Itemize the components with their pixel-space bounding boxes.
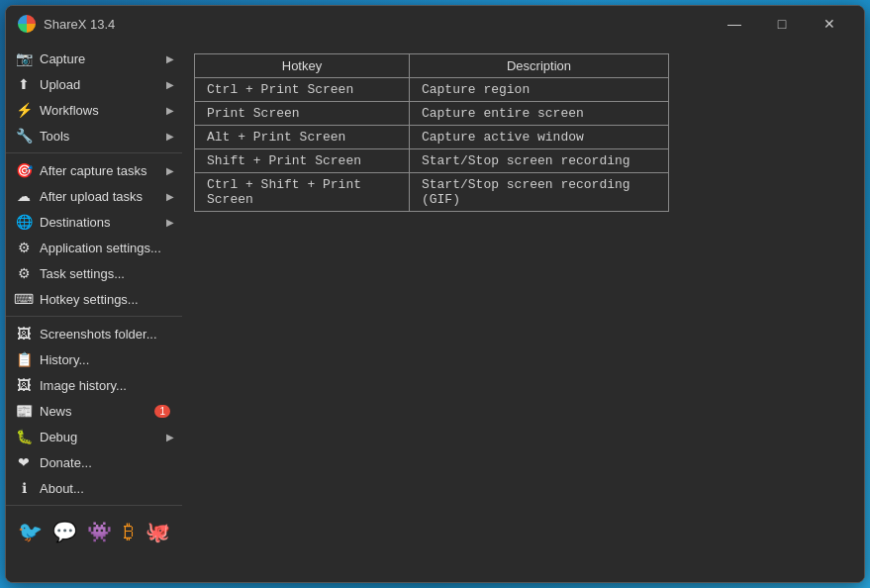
capture-label: Capture [40, 51, 166, 66]
window-title: ShareX 13.4 [44, 17, 712, 32]
description-cell: Start/Stop screen recording (GIF) [409, 173, 668, 212]
hotkey-cell: Ctrl + Print Screen [195, 78, 410, 102]
separator-3 [6, 505, 182, 506]
destinations-icon: 🌐 [14, 212, 34, 232]
hotkey-settings-icon: ⌨ [14, 289, 34, 309]
menu-item-image-history[interactable]: 🖼 Image history... [6, 372, 182, 398]
history-icon: 📋 [14, 349, 34, 369]
menu-item-destinations[interactable]: 🌐 Destinations ▶ [6, 209, 182, 235]
hotkey-cell: Ctrl + Shift + Print Screen [195, 173, 410, 212]
separator-2 [6, 316, 182, 317]
table-row: Alt + Print ScreenCapture active window [195, 126, 669, 149]
minimize-button[interactable]: — [712, 8, 757, 40]
tools-arrow: ▶ [166, 131, 174, 142]
after-capture-icon: 🎯 [14, 160, 34, 180]
github-icon[interactable]: 🐙 [145, 518, 170, 545]
menu-item-debug[interactable]: 🐛 Debug ▶ [6, 424, 182, 449]
news-icon: 📰 [14, 401, 34, 421]
menu-item-after-capture[interactable]: 🎯 After capture tasks ▶ [6, 157, 182, 183]
menu-item-workflows[interactable]: ⚡ Workflows ▶ [6, 97, 182, 123]
discord-icon[interactable]: 💬 [52, 518, 77, 545]
after-upload-label: After upload tasks [40, 189, 166, 204]
close-button[interactable]: ✕ [807, 8, 852, 40]
menu-item-task-settings[interactable]: ⚙ Task settings... [6, 260, 182, 286]
hotkey-table: Hotkey Description Ctrl + Print ScreenCa… [194, 53, 669, 212]
titlebar: ShareX 13.4 — □ ✕ [6, 6, 864, 42]
capture-arrow: ▶ [166, 53, 174, 64]
task-settings-icon: ⚙ [14, 263, 34, 283]
debug-icon: 🐛 [14, 427, 34, 446]
tools-label: Tools [40, 129, 166, 144]
debug-label: Debug [40, 430, 166, 444]
table-row: Print ScreenCapture entire screen [195, 102, 669, 126]
hotkey-settings-label: Hotkey settings... [40, 292, 174, 307]
news-label: News [40, 404, 154, 419]
menu-item-hotkey-settings[interactable]: ⌨ Hotkey settings... [6, 286, 182, 312]
upload-label: Upload [40, 77, 166, 92]
social-bar: 🐦 💬 👾 ₿ 🐙 [6, 510, 182, 553]
main-menu: 📷 Capture ▶ ⬆ Upload ▶ ⚡ Workflows ▶ 🔧 T… [6, 42, 182, 582]
description-cell: Capture active window [409, 126, 668, 149]
task-settings-label: Task settings... [40, 266, 174, 281]
separator-1 [6, 152, 182, 153]
bitcoin-icon[interactable]: ₿ [122, 518, 136, 545]
col-hotkey: Hotkey [195, 54, 410, 78]
workflows-arrow: ▶ [166, 105, 174, 116]
content-area: 📷 Capture ▶ ⬆ Upload ▶ ⚡ Workflows ▶ 🔧 T… [6, 42, 864, 582]
description-cell: Capture region [409, 78, 668, 102]
reddit-icon[interactable]: 👾 [87, 518, 112, 545]
menu-item-donate[interactable]: ❤ Donate... [6, 449, 182, 475]
menu-item-news[interactable]: 📰 News 1 [6, 398, 182, 424]
menu-item-app-settings[interactable]: ⚙ Application settings... [6, 235, 182, 260]
app-settings-label: Application settings... [40, 241, 174, 255]
workflows-label: Workflows [40, 103, 166, 118]
about-label: About... [40, 481, 174, 496]
screenshots-label: Screenshots folder... [40, 327, 174, 342]
menu-item-capture[interactable]: 📷 Capture ▶ [6, 46, 182, 71]
window-controls: — □ ✕ [712, 8, 852, 40]
image-history-label: Image history... [40, 378, 174, 393]
after-capture-arrow: ▶ [166, 165, 174, 176]
hotkey-cell: Shift + Print Screen [195, 149, 410, 173]
history-label: History... [40, 352, 174, 367]
hotkey-cell: Alt + Print Screen [195, 126, 410, 149]
screenshots-icon: 🖼 [14, 324, 34, 343]
description-cell: Capture entire screen [409, 102, 668, 126]
app-icon [18, 15, 36, 33]
about-icon: ℹ [14, 478, 34, 498]
table-row: Shift + Print ScreenStart/Stop screen re… [195, 149, 669, 173]
main-window: ShareX 13.4 — □ ✕ 📷 Capture ▶ ⬆ Upload ▶ [5, 5, 865, 583]
twitter-icon[interactable]: 🐦 [18, 518, 43, 545]
destinations-label: Destinations [40, 215, 166, 230]
destinations-arrow: ▶ [166, 217, 174, 228]
tools-icon: 🔧 [14, 126, 34, 146]
donate-icon: ❤ [14, 452, 34, 472]
menu-item-history[interactable]: 📋 History... [6, 346, 182, 372]
donate-label: Donate... [40, 455, 174, 470]
workflows-icon: ⚡ [14, 100, 34, 120]
menu-item-after-upload[interactable]: ☁ After upload tasks ▶ [6, 183, 182, 209]
image-history-icon: 🖼 [14, 375, 34, 395]
capture-icon: 📷 [14, 49, 34, 68]
menu-item-upload[interactable]: ⬆ Upload ▶ [6, 71, 182, 97]
app-settings-icon: ⚙ [14, 238, 34, 257]
description-cell: Start/Stop screen recording [409, 149, 668, 173]
menu-item-tools[interactable]: 🔧 Tools ▶ [6, 123, 182, 148]
col-description: Description [409, 54, 668, 78]
news-badge: 1 [154, 405, 170, 418]
upload-icon: ⬆ [14, 74, 34, 94]
debug-arrow: ▶ [166, 432, 174, 442]
menu-item-screenshots[interactable]: 🖼 Screenshots folder... [6, 321, 182, 346]
after-upload-icon: ☁ [14, 186, 34, 206]
after-upload-arrow: ▶ [166, 191, 174, 202]
main-area: Hotkey Description Ctrl + Print ScreenCa… [182, 42, 864, 582]
table-row: Ctrl + Shift + Print ScreenStart/Stop sc… [195, 173, 669, 212]
hotkey-cell: Print Screen [195, 102, 410, 126]
after-capture-label: After capture tasks [40, 163, 166, 178]
table-row: Ctrl + Print ScreenCapture region [195, 78, 669, 102]
upload-arrow: ▶ [166, 79, 174, 90]
menu-item-about[interactable]: ℹ About... [6, 475, 182, 501]
maximize-button[interactable]: □ [759, 8, 805, 40]
